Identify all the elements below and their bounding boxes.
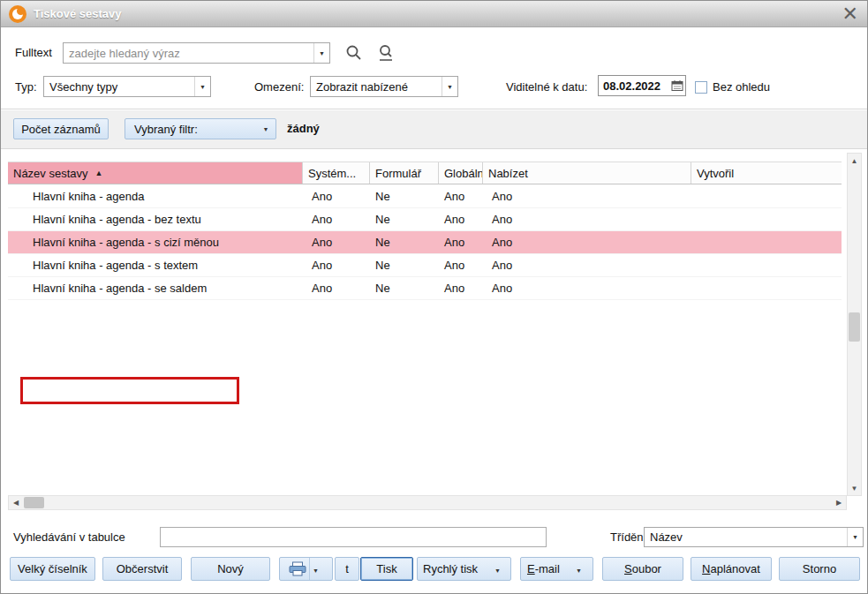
type-label: Typ: bbox=[15, 80, 37, 94]
refresh-button[interactable]: Občerstvit bbox=[102, 557, 182, 581]
calendar-icon[interactable] bbox=[671, 79, 685, 92]
record-count-button[interactable]: Počet záznamů bbox=[13, 118, 109, 139]
chevron-down-icon[interactable] bbox=[313, 562, 323, 575]
quick-print-label: Rychlý tisk bbox=[423, 562, 478, 575]
vertical-scroll-thumb[interactable] bbox=[849, 312, 860, 342]
email-label: E-mail bbox=[527, 562, 560, 575]
chevron-down-icon[interactable] bbox=[313, 43, 329, 63]
chevron-down-icon[interactable] bbox=[194, 77, 210, 96]
scroll-left-icon[interactable]: ◀ bbox=[9, 496, 23, 509]
cell-system: Ano bbox=[303, 208, 370, 230]
column-header-offered[interactable]: Nabízet bbox=[483, 162, 691, 184]
restriction-value: Zobrazit nabízené bbox=[311, 80, 442, 94]
big-list-button[interactable]: Velký číselník bbox=[10, 557, 95, 581]
column-header-global[interactable]: Globální bbox=[439, 162, 483, 184]
visible-date-field[interactable]: 08.02.2022 bbox=[598, 75, 686, 96]
table-row[interactable]: Hlavní kniha - agenda - se saldem Ano Ne… bbox=[8, 277, 842, 300]
cell-global: Ano bbox=[439, 231, 483, 253]
vertical-scrollbar[interactable]: ▲ ▼ bbox=[847, 153, 862, 496]
visible-date-label: Viditelné k datu: bbox=[506, 80, 587, 94]
scroll-right-icon[interactable]: ▶ bbox=[832, 496, 846, 509]
table-header-row: Název sestavy ▲ Systém... Formulář Globá… bbox=[8, 162, 842, 184]
scroll-up-icon[interactable]: ▲ bbox=[848, 154, 861, 168]
ignore-checkbox-label: Bez ohledu bbox=[713, 80, 770, 94]
type-combobox[interactable]: Všechny typy bbox=[43, 76, 211, 97]
search-advanced-icon[interactable] bbox=[376, 42, 397, 64]
cell-offered: Ano bbox=[483, 231, 691, 253]
restriction-combobox[interactable]: Zobrazit nabízené bbox=[310, 76, 458, 97]
magnifier-glyph bbox=[345, 44, 363, 62]
chevron-down-icon[interactable] bbox=[576, 562, 586, 575]
new-button[interactable]: Nový bbox=[191, 557, 270, 581]
reports-table: Název sestavy ▲ Systém... Formulář Globá… bbox=[1, 149, 867, 511]
cell-offered: Ano bbox=[483, 208, 691, 230]
table-row-selected[interactable]: Hlavní kniha - agenda - s cizí měnou Ano… bbox=[8, 231, 842, 254]
chevron-down-icon bbox=[260, 126, 272, 132]
cell-system: Ano bbox=[303, 277, 370, 299]
cell-name: Hlavní kniha - agenda bbox=[8, 185, 303, 207]
cell-system: Ano bbox=[303, 254, 370, 276]
file-button[interactable]: Soubor bbox=[602, 557, 683, 581]
column-header-system[interactable]: Systém... bbox=[303, 162, 370, 184]
column-header-name[interactable]: Název sestavy ▲ bbox=[8, 162, 303, 184]
table-row[interactable]: Hlavní kniha - agenda - s textem Ano Ne … bbox=[8, 254, 842, 277]
sorting-label: Třídění bbox=[610, 530, 646, 544]
cell-created-by bbox=[691, 208, 842, 230]
printer-icon bbox=[289, 561, 306, 576]
schedule-button[interactable]: Naplánovat bbox=[691, 557, 772, 581]
cell-form: Ne bbox=[370, 254, 439, 276]
restriction-label: Omezení: bbox=[254, 80, 304, 94]
chevron-down-icon[interactable] bbox=[847, 528, 863, 546]
search-toolbar: Fulltext zadejte hledaný výraz Typ: Všec… bbox=[1, 27, 867, 109]
table-search-input[interactable] bbox=[160, 527, 547, 547]
magnifier-underline-glyph bbox=[378, 44, 396, 62]
chevron-down-icon[interactable] bbox=[442, 77, 457, 96]
table-row[interactable]: Hlavní kniha - agenda Ano Ne Ano Ano bbox=[8, 185, 842, 208]
cell-system: Ano bbox=[303, 231, 370, 253]
cell-name: Hlavní kniha - agenda - se saldem bbox=[8, 277, 303, 299]
cell-global: Ano bbox=[439, 208, 483, 230]
chevron-down-icon[interactable] bbox=[494, 562, 505, 575]
sort-ascending-icon: ▲ bbox=[95, 169, 103, 177]
column-header-created-by[interactable]: Vytvořil bbox=[691, 162, 842, 184]
print-reports-dialog: Tiskové sestavy ✕ Fulltext zadejte hleda… bbox=[0, 0, 868, 594]
cell-form: Ne bbox=[370, 231, 439, 253]
cell-created-by bbox=[691, 231, 842, 253]
search-icon[interactable] bbox=[343, 42, 365, 64]
table-row[interactable]: Hlavní kniha - agenda - bez textu Ano Ne… bbox=[8, 208, 842, 231]
visible-date-value: 08.02.2022 bbox=[599, 79, 671, 93]
column-header-form[interactable]: Formulář bbox=[370, 162, 439, 184]
horizontal-scrollbar[interactable]: ◀ ▶ bbox=[8, 495, 847, 510]
horizontal-scroll-thumb[interactable] bbox=[24, 497, 44, 508]
calendar-glyph bbox=[671, 79, 683, 92]
table-body: Hlavní kniha - agenda Ano Ne Ano Ano Hla… bbox=[8, 185, 842, 300]
cell-form: Ne bbox=[370, 185, 439, 207]
quick-print-button[interactable]: Rychlý tisk bbox=[417, 557, 511, 581]
column-header-name-label: Název sestavy bbox=[13, 167, 88, 180]
cell-name: Hlavní kniha - agenda - s cizí měnou bbox=[8, 231, 303, 253]
scroll-down-icon[interactable]: ▼ bbox=[848, 481, 861, 495]
cell-system: Ano bbox=[303, 185, 370, 207]
table-search-label: Vyhledávání v tabulce bbox=[13, 530, 125, 544]
cell-form: Ne bbox=[370, 277, 439, 299]
sorting-combobox[interactable]: Název bbox=[644, 527, 864, 547]
print-button[interactable]: Tisk bbox=[360, 557, 413, 581]
print-fragment-button[interactable]: t bbox=[335, 557, 359, 581]
selected-filter-dropdown[interactable]: Vybraný filtr: bbox=[125, 118, 276, 139]
cell-name: Hlavní kniha - agenda - s textem bbox=[8, 254, 303, 276]
filter-band: Počet záznamů Vybraný filtr: žádný bbox=[1, 110, 867, 149]
cell-offered: Ano bbox=[483, 185, 691, 207]
close-icon[interactable]: ✕ bbox=[842, 3, 858, 26]
email-button[interactable]: E-mail bbox=[520, 557, 593, 581]
selected-filter-label: Vybraný filtr: bbox=[134, 123, 198, 136]
window-title: Tiskové sestavy bbox=[34, 7, 122, 20]
app-logo-icon bbox=[9, 5, 26, 23]
cancel-button[interactable]: Storno bbox=[779, 557, 860, 581]
cell-offered: Ano bbox=[483, 277, 691, 299]
divider bbox=[309, 558, 310, 580]
ignore-checkbox[interactable] bbox=[695, 81, 707, 94]
cell-global: Ano bbox=[439, 185, 483, 207]
annotation-box bbox=[20, 377, 239, 404]
fulltext-combobox[interactable]: zadejte hledaný výraz bbox=[63, 42, 330, 64]
print-split-button[interactable] bbox=[279, 557, 333, 581]
